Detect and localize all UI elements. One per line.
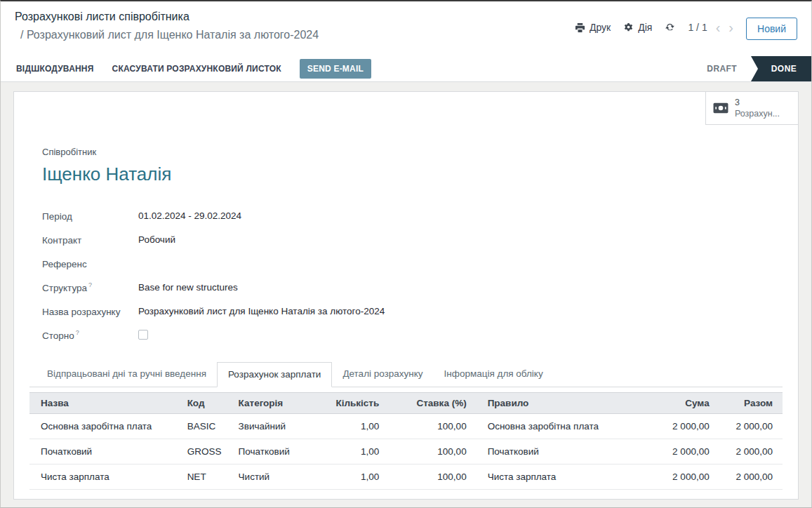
print-label: Друк <box>590 22 611 33</box>
field-reference: Референс <box>42 251 783 275</box>
field-period-value[interactable]: 01.02.2024 - 29.02.2024 <box>138 210 241 221</box>
field-reference-label: Референс <box>42 258 138 269</box>
field-credit-note: Сторно? <box>42 323 783 347</box>
smart-button-label: Розрахун... <box>735 108 780 119</box>
column-header-rule[interactable]: Правило <box>477 393 635 414</box>
refresh-icon <box>665 22 675 32</box>
action-bar-buttons: ВІДШКОДУВАННЯ СКАСУВАТИ РОЗРАХУНКОВИЙ ЛИ… <box>1 56 693 81</box>
employee-section: Співробітник Іщенко Наталія <box>42 147 783 185</box>
cancel-payslip-button[interactable]: СКАСУВАТИ РОЗРАХУНКОВИЙ ЛИСТОК <box>112 64 281 74</box>
form-sheet: 3 Розрахун... Співробітник Іщенко Наталі… <box>13 91 799 500</box>
breadcrumb-parent[interactable]: Розрахункові листи співробітника <box>15 11 319 23</box>
payslip-computation-smart-button[interactable]: 3 Розрахун... <box>705 92 798 125</box>
employee-name[interactable]: Іщенко Наталія <box>42 163 783 185</box>
column-header-amount[interactable]: Сума <box>634 393 719 414</box>
cell-rule[interactable]: Початковий <box>477 439 635 464</box>
notebook-tabs: Відпрацьовані дні та ручні введення Розр… <box>29 362 783 387</box>
column-header-name[interactable]: Назва <box>29 393 176 414</box>
status-bar: DRAFT DONE <box>693 56 811 81</box>
field-contract: Контракт Робочий <box>42 227 783 251</box>
table-row[interactable]: Основна заробітна плата BASIC Звичайний … <box>29 414 783 439</box>
salary-lines-table: Назва Код Категорія Кількість Ставка (%)… <box>29 392 783 490</box>
cell-rule[interactable]: Чиста зарплата <box>477 464 635 490</box>
action-menu-label: Дія <box>638 22 652 33</box>
tab-worked-days[interactable]: Відпрацьовані дні та ручні введення <box>36 362 217 387</box>
field-period-label: Період <box>42 210 138 222</box>
column-header-total[interactable]: Разом <box>719 393 783 414</box>
cell-rate[interactable]: 100,00 <box>389 414 476 439</box>
action-menu-button[interactable]: Дія <box>623 18 652 33</box>
field-payslip-name-value[interactable]: Розрахунковий лист для Іщенко Наталія за… <box>138 306 385 316</box>
action-bar: ВІДШКОДУВАННЯ СКАСУВАТИ РОЗРАХУНКОВИЙ ЛИ… <box>1 56 811 82</box>
cell-rate[interactable]: 100,00 <box>389 439 476 464</box>
cell-total[interactable]: 2 000,00 <box>719 439 783 464</box>
cell-category[interactable]: Чистий <box>227 464 306 490</box>
column-header-category[interactable]: Категорія <box>227 393 306 414</box>
cell-code[interactable]: BASIC <box>176 414 227 439</box>
field-credit-note-label: Сторно? <box>42 329 138 341</box>
cell-quantity[interactable]: 1,00 <box>306 439 389 464</box>
tab-accounting-info[interactable]: Інформація для обліку <box>434 362 554 387</box>
money-icon <box>713 102 728 114</box>
print-button[interactable]: Друк <box>575 18 611 33</box>
cell-amount[interactable]: 2 000,00 <box>634 464 719 490</box>
column-header-rate[interactable]: Ставка (%) <box>389 393 476 414</box>
cell-rule[interactable]: Основна заробітна плата <box>477 414 635 439</box>
cell-name[interactable]: Чиста зарплата <box>29 464 176 490</box>
header-actions: Друк Дія 1 / 1 ‹ › Новий <box>575 11 797 56</box>
send-email-button[interactable]: SEND E-MAIL <box>300 59 371 79</box>
column-header-code[interactable]: Код <box>176 393 227 414</box>
app-window: Розрахункові листи співробітника / Розра… <box>0 0 812 508</box>
pager-next-icon[interactable]: › <box>728 22 733 32</box>
cell-total[interactable]: 2 000,00 <box>719 414 783 439</box>
refund-button[interactable]: ВІДШКОДУВАННЯ <box>16 64 94 74</box>
cell-code[interactable]: GROSS <box>176 439 227 464</box>
status-draft[interactable]: DRAFT <box>693 56 751 81</box>
refresh-button[interactable] <box>665 18 675 32</box>
smart-button-count: 3 <box>735 97 780 108</box>
cell-quantity[interactable]: 1,00 <box>306 414 389 439</box>
cell-quantity[interactable]: 1,00 <box>306 464 389 490</box>
field-contract-value[interactable]: Робочий <box>138 234 175 245</box>
status-done[interactable]: DONE <box>751 56 811 81</box>
pager-previous-icon[interactable]: ‹ <box>716 22 721 32</box>
employee-field-label: Співробітник <box>42 147 783 157</box>
cell-name[interactable]: Початковий <box>29 439 176 464</box>
credit-note-checkbox[interactable] <box>138 330 148 340</box>
new-button[interactable]: Новий <box>746 18 797 40</box>
field-payslip-name-label: Назва розрахунку <box>42 305 138 317</box>
field-structure-value[interactable]: Base for new structures <box>138 282 238 293</box>
printer-icon <box>575 22 585 33</box>
table-row[interactable]: Чиста зарплата NET Чистий 1,00 100,00 Чи… <box>29 464 783 490</box>
cell-amount[interactable]: 2 000,00 <box>634 414 719 439</box>
pager: 1 / 1 ‹ › <box>688 18 733 33</box>
tab-salary-computation[interactable]: Розрахунок зарплати <box>217 362 332 387</box>
cell-category[interactable]: Звичайний <box>227 414 306 439</box>
table-row[interactable]: Початковий GROSS Початковий 1,00 100,00 … <box>29 439 783 464</box>
field-group: Період 01.02.2024 - 29.02.2024 Контракт … <box>42 203 783 347</box>
field-period: Період 01.02.2024 - 29.02.2024 <box>42 203 783 227</box>
breadcrumb: Розрахункові листи співробітника / Розра… <box>15 11 319 56</box>
pager-value: 1 / 1 <box>688 22 707 33</box>
top-header: Розрахункові листи співробітника / Розра… <box>1 1 811 56</box>
field-contract-label: Контракт <box>42 234 138 246</box>
cell-amount[interactable]: 2 000,00 <box>634 439 719 464</box>
field-structure: Структура? Base for new structures <box>42 275 783 299</box>
cell-name[interactable]: Основна заробітна плата <box>29 414 176 439</box>
cell-rate[interactable]: 100,00 <box>389 464 476 490</box>
gear-icon <box>623 22 634 33</box>
table-header-row: Назва Код Категорія Кількість Ставка (%)… <box>29 393 783 414</box>
cell-code[interactable]: NET <box>176 464 227 490</box>
field-structure-label: Структура? <box>42 281 138 293</box>
column-header-quantity[interactable]: Кількість <box>306 393 389 414</box>
field-payslip-name: Назва розрахунку Розрахунковий лист для … <box>42 299 783 323</box>
breadcrumb-current: / Розрахунковий лист для Іщенко Наталія … <box>15 29 319 41</box>
cell-category[interactable]: Початковий <box>227 439 306 464</box>
tab-details[interactable]: Деталі розрахунку <box>332 362 433 387</box>
cell-total[interactable]: 2 000,00 <box>719 464 783 490</box>
